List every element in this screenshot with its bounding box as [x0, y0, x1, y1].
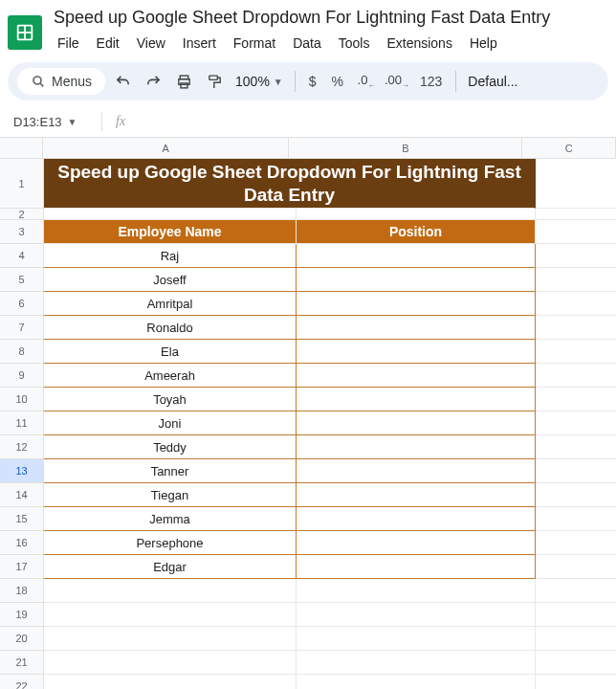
- cell-B18[interactable]: [297, 579, 536, 603]
- menu-edit[interactable]: Edit: [89, 32, 127, 55]
- cell-C6[interactable]: [536, 292, 616, 316]
- cell-C11[interactable]: [536, 411, 616, 435]
- cell-C5[interactable]: [536, 268, 616, 292]
- row-header-15[interactable]: 15: [0, 507, 44, 531]
- cell-B16[interactable]: [297, 531, 536, 555]
- cell-B21[interactable]: [297, 651, 536, 675]
- header-position[interactable]: Position: [297, 220, 536, 244]
- row-header-10[interactable]: 10: [0, 388, 44, 411]
- cell-A20[interactable]: [44, 627, 297, 651]
- menu-extensions[interactable]: Extensions: [379, 32, 459, 55]
- row-header-12[interactable]: 12: [0, 435, 44, 459]
- cell-C12[interactable]: [536, 435, 616, 459]
- cell-A16[interactable]: Persephone: [44, 531, 297, 555]
- cell-C8[interactable]: [536, 340, 616, 364]
- menu-view[interactable]: View: [129, 32, 173, 55]
- row-header-19[interactable]: 19: [0, 603, 44, 627]
- cell-A8[interactable]: Ela: [44, 340, 297, 364]
- menu-insert[interactable]: Insert: [175, 32, 224, 55]
- cell-B12[interactable]: [297, 435, 536, 459]
- menu-tools[interactable]: Tools: [331, 32, 378, 55]
- cell-C2[interactable]: [536, 209, 616, 220]
- cell-C1[interactable]: [536, 159, 616, 209]
- cell-B17[interactable]: [297, 555, 536, 579]
- cell-B14[interactable]: [297, 483, 536, 507]
- cell-A9[interactable]: Ameerah: [44, 364, 297, 388]
- name-box[interactable]: D13:E13 ▼: [8, 113, 96, 131]
- cell-A18[interactable]: [44, 579, 297, 603]
- cell-A4[interactable]: Raj: [44, 244, 297, 268]
- increase-decimal-button[interactable]: .00→: [384, 68, 410, 95]
- cell-C18[interactable]: [536, 579, 616, 603]
- cell-C22[interactable]: [536, 675, 616, 689]
- row-header-7[interactable]: 7: [0, 316, 44, 340]
- cell-B5[interactable]: [297, 268, 536, 292]
- cell-B9[interactable]: [297, 364, 536, 388]
- row-header-1[interactable]: 1: [0, 159, 44, 209]
- cell-A10[interactable]: Toyah: [44, 388, 297, 411]
- cell-C7[interactable]: [536, 316, 616, 340]
- row-header-8[interactable]: 8: [0, 340, 44, 364]
- cell-A22[interactable]: [44, 675, 297, 689]
- menu-help[interactable]: Help: [462, 32, 505, 55]
- header-employee-name[interactable]: Employee Name: [44, 220, 297, 244]
- row-header-17[interactable]: 17: [0, 555, 44, 579]
- undo-button[interactable]: [109, 68, 136, 95]
- cell-A17[interactable]: Edgar: [44, 555, 297, 579]
- cell-A12[interactable]: Teddy: [44, 435, 297, 459]
- cell-C10[interactable]: [536, 388, 616, 411]
- paint-format-button[interactable]: [201, 68, 228, 95]
- cell-A11[interactable]: Joni: [44, 411, 297, 435]
- cell-C17[interactable]: [536, 555, 616, 579]
- column-header-B[interactable]: B: [289, 138, 522, 159]
- document-title[interactable]: Speed up Google Sheet Dropdown For Light…: [50, 6, 616, 30]
- number-format-button[interactable]: 123: [414, 74, 448, 89]
- cell-C9[interactable]: [536, 364, 616, 388]
- column-header-A[interactable]: A: [43, 138, 290, 159]
- row-header-9[interactable]: 9: [0, 364, 44, 388]
- cell-B22[interactable]: [297, 675, 536, 689]
- column-header-C[interactable]: C: [522, 138, 616, 159]
- zoom-select[interactable]: 100%▼: [231, 74, 287, 89]
- cell-B15[interactable]: [297, 507, 536, 531]
- menu-file[interactable]: File: [50, 32, 87, 55]
- row-header-2[interactable]: 2: [0, 209, 44, 220]
- cell-C15[interactable]: [536, 507, 616, 531]
- row-header-16[interactable]: 16: [0, 531, 44, 555]
- cell-C20[interactable]: [536, 627, 616, 651]
- cell-C3[interactable]: [536, 220, 616, 244]
- cell-B19[interactable]: [297, 603, 536, 627]
- row-header-11[interactable]: 11: [0, 411, 44, 435]
- cell-C16[interactable]: [536, 531, 616, 555]
- row-header-13[interactable]: 13: [0, 459, 44, 483]
- row-header-5[interactable]: 5: [0, 268, 44, 292]
- cell-B20[interactable]: [297, 627, 536, 651]
- cell-A19[interactable]: [44, 603, 297, 627]
- cell-B7[interactable]: [297, 316, 536, 340]
- row-header-6[interactable]: 6: [0, 292, 44, 316]
- row-header-14[interactable]: 14: [0, 483, 44, 507]
- cell-B8[interactable]: [297, 340, 536, 364]
- cell-A5[interactable]: Joseff: [44, 268, 297, 292]
- cell-A2[interactable]: [44, 209, 297, 220]
- cell-A7[interactable]: Ronaldo: [44, 316, 297, 340]
- cell-C14[interactable]: [536, 483, 616, 507]
- percent-button[interactable]: %: [326, 74, 349, 89]
- menu-data[interactable]: Data: [285, 32, 329, 55]
- print-button[interactable]: [170, 68, 197, 95]
- row-header-3[interactable]: 3: [0, 220, 44, 244]
- row-header-20[interactable]: 20: [0, 627, 44, 651]
- decrease-decimal-button[interactable]: .0←: [353, 68, 380, 95]
- search-menus-button[interactable]: Menus: [17, 68, 105, 95]
- cell-B10[interactable]: [297, 388, 536, 411]
- cell-A15[interactable]: Jemma: [44, 507, 297, 531]
- cell-A6[interactable]: Amritpal: [44, 292, 297, 316]
- cell-B4[interactable]: [297, 244, 536, 268]
- cell-A14[interactable]: Tiegan: [44, 483, 297, 507]
- cell-B6[interactable]: [297, 292, 536, 316]
- row-header-21[interactable]: 21: [0, 651, 44, 675]
- cell-A21[interactable]: [44, 651, 297, 675]
- cell-C4[interactable]: [536, 244, 616, 268]
- sheets-logo-icon[interactable]: [8, 15, 42, 50]
- font-select[interactable]: Defaul...: [464, 74, 521, 89]
